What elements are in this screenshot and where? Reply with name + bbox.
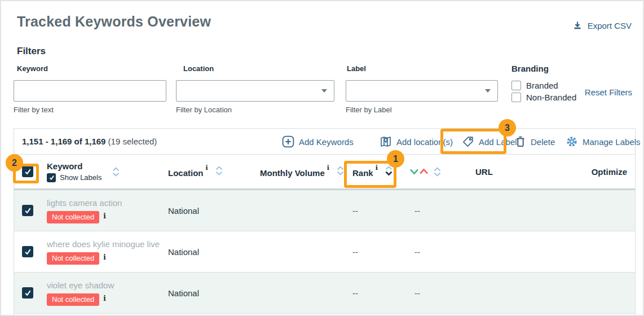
location-filter-helper: Filter by Location	[176, 106, 232, 114]
table-toolbar: 1,151 - 1,169 of 1,169 (19 selected) Add…	[14, 129, 635, 155]
table-row: where does kylie minogue live Not collec…	[14, 231, 635, 273]
info-icon[interactable]: i	[206, 164, 208, 172]
result-count: 1,151 - 1,169 of 1,169 (19 selected)	[22, 137, 157, 146]
annotation-step-badge: 2	[6, 154, 23, 172]
optimize-column-header[interactable]: Optimize	[566, 167, 635, 177]
row-checkbox[interactable]	[22, 246, 33, 257]
rank-cell: --	[350, 288, 409, 298]
reset-filters-link[interactable]: Reset Filters	[585, 87, 632, 97]
keyword-filter-helper: Filter by text	[14, 106, 54, 114]
plus-square-icon	[282, 135, 294, 148]
rank-change-icon	[409, 168, 429, 175]
manage-labels-label: Manage Labels	[583, 137, 641, 147]
label-filter-select[interactable]	[346, 80, 498, 102]
info-icon[interactable]: i	[103, 212, 106, 220]
delete-label: Delete	[531, 137, 555, 147]
keyword-filter-input[interactable]	[14, 80, 166, 102]
annotation-step-badge: 1	[387, 150, 404, 168]
selected-count: (19 selected)	[108, 137, 157, 146]
table-row: violet eye shadow Not collected i Nation…	[14, 273, 635, 314]
download-icon	[572, 20, 583, 30]
info-icon[interactable]: i	[103, 295, 106, 302]
location-filter-label: Location	[183, 64, 214, 73]
sort-chevrons-icon[interactable]	[112, 166, 120, 177]
manage-labels-button[interactable]: Manage Labels	[566, 129, 641, 155]
non-branded-checkbox-row: Non-Branded	[511, 93, 576, 102]
branding-filter-label: Branding	[511, 64, 549, 73]
keyword-link[interactable]: lights camera action	[47, 198, 168, 208]
chevron-down-icon	[321, 89, 327, 93]
branded-checkbox-row: Branded	[511, 81, 558, 90]
rank-change-cell: --	[409, 206, 453, 216]
result-count-range: 1,151 - 1,169 of 1,169	[22, 137, 105, 146]
keyword-filter-label: Keyword	[17, 64, 48, 73]
show-labels-checkbox[interactable]	[47, 173, 56, 182]
map-pin-icon	[380, 135, 392, 148]
add-keywords-label: Add Keywords	[299, 137, 354, 147]
annotation-step-badge: 3	[499, 119, 516, 137]
label-filter-helper: Filter by Label	[346, 106, 392, 114]
location-cell: National	[168, 206, 260, 216]
filters-heading: Filters	[17, 46, 46, 57]
keywords-table: 1,151 - 1,169 of 1,169 (19 selected) Add…	[14, 128, 636, 316]
info-icon[interactable]: i	[376, 164, 378, 172]
add-locations-button[interactable]: Add location(s)	[380, 129, 453, 155]
select-all-checkbox[interactable]	[22, 166, 33, 177]
label-filter-label: Label	[347, 64, 366, 73]
location-column-header[interactable]: Location	[168, 168, 204, 178]
info-icon[interactable]: i	[327, 164, 329, 172]
rank-column-header[interactable]: Rank	[352, 168, 373, 178]
add-locations-label: Add location(s)	[396, 137, 453, 147]
location-filter-select[interactable]	[176, 80, 334, 102]
keyword-link[interactable]: where does kylie minogue live	[47, 239, 168, 249]
table-header-row: Keyword Show Labels Locationi	[14, 155, 635, 190]
trash-icon	[515, 135, 526, 148]
url-column-header[interactable]: URL	[453, 167, 566, 177]
row-checkbox[interactable]	[22, 287, 33, 299]
rank-change-cell: --	[409, 247, 453, 257]
not-collected-badge: Not collected	[47, 252, 99, 265]
row-checkbox[interactable]	[22, 205, 33, 216]
tracked-keywords-page: Tracked Keywords Overview Export CSV Fil…	[0, 0, 644, 316]
sort-chevrons-icon[interactable]	[215, 165, 223, 176]
sort-chevrons-icon[interactable]	[336, 165, 345, 176]
monthly-volume-column-header[interactable]: Monthly Volume	[260, 168, 325, 178]
page-title: Tracked Keywords Overview	[17, 14, 211, 30]
branded-checkbox[interactable]	[511, 81, 521, 90]
export-csv-button[interactable]: Export CSV	[572, 20, 632, 30]
location-cell: National	[168, 247, 260, 257]
non-branded-label: Non-Branded	[526, 93, 576, 102]
location-cell: National	[168, 288, 260, 298]
tag-icon	[462, 135, 474, 148]
table-row: lights camera action Not collected i Nat…	[14, 190, 635, 231]
rank-cell: --	[350, 247, 409, 257]
not-collected-badge: Not collected	[47, 293, 99, 306]
rank-change-cell: --	[409, 288, 453, 298]
non-branded-checkbox[interactable]	[511, 93, 521, 102]
export-csv-label: Export CSV	[588, 21, 632, 30]
add-label-label: Add Label	[479, 137, 517, 147]
info-icon[interactable]: i	[103, 253, 106, 261]
rank-cell: --	[350, 206, 409, 216]
delete-button[interactable]: Delete	[515, 129, 555, 155]
not-collected-badge: Not collected	[47, 211, 99, 223]
sort-chevrons-icon[interactable]	[433, 166, 442, 177]
add-keywords-button[interactable]: Add Keywords	[282, 129, 354, 155]
branded-label: Branded	[526, 81, 558, 90]
keyword-link[interactable]: violet eye shadow	[47, 280, 168, 290]
show-labels-label: Show Labels	[60, 173, 102, 182]
gear-icon	[566, 135, 578, 148]
keyword-column-header[interactable]: Keyword	[47, 161, 102, 171]
chevron-down-icon	[485, 89, 491, 93]
